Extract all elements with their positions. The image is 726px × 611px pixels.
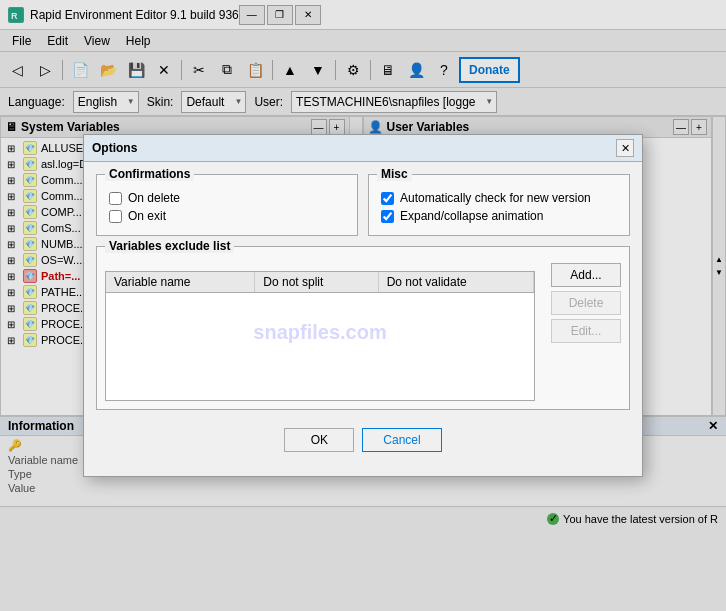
on-exit-label: On exit xyxy=(128,209,166,223)
cancel-button[interactable]: Cancel xyxy=(362,428,441,452)
variables-title: Variables exclude list xyxy=(105,239,234,253)
on-delete-checkbox[interactable] xyxy=(109,192,122,205)
edit-button[interactable]: Edit... xyxy=(551,319,621,343)
var-table-wrapper: Variable name Do not split Do not valida… xyxy=(105,263,535,401)
on-exit-checkbox[interactable] xyxy=(109,210,122,223)
variables-section: Variables exclude list Variable name Do … xyxy=(96,246,630,410)
confirmations-title: Confirmations xyxy=(105,167,194,181)
var-table-container[interactable]: Variable name Do not split Do not valida… xyxy=(105,271,535,401)
expand-collapse-checkbox[interactable] xyxy=(381,210,394,223)
confirmations-section: Confirmations On delete On exit xyxy=(96,174,358,246)
ok-button[interactable]: OK xyxy=(284,428,354,452)
modal-title: Options xyxy=(92,141,137,155)
modal-sections-row: Confirmations On delete On exit xyxy=(96,174,630,246)
auto-check-label: Automatically check for new version xyxy=(400,191,591,205)
confirmations-box: Confirmations On delete On exit xyxy=(96,174,358,236)
watermark: snapfiles.com xyxy=(253,321,386,344)
modal-overlay: Options ✕ Confirmations On delete xyxy=(0,0,726,530)
modal-title-bar: Options ✕ xyxy=(84,135,642,162)
auto-check-checkbox[interactable] xyxy=(381,192,394,205)
modal-body: Confirmations On delete On exit xyxy=(84,162,642,476)
modal-footer: OK Cancel xyxy=(96,420,630,464)
on-delete-label: On delete xyxy=(128,191,180,205)
misc-box: Misc Automatically check for new version… xyxy=(368,174,630,236)
modal-close-button[interactable]: ✕ xyxy=(616,139,634,157)
col-varname: Variable name xyxy=(106,272,255,293)
modal-side-buttons: Add... Delete Edit... xyxy=(551,263,621,401)
expand-collapse-label: Expand/collapse animation xyxy=(400,209,543,223)
options-modal: Options ✕ Confirmations On delete xyxy=(83,134,643,477)
col-novalidate: Do not validate xyxy=(378,272,533,293)
misc-title: Misc xyxy=(377,167,412,181)
on-delete-row: On delete xyxy=(109,191,345,205)
var-table: Variable name Do not split Do not valida… xyxy=(106,272,534,293)
on-exit-row: On exit xyxy=(109,209,345,223)
delete-button[interactable]: Delete xyxy=(551,291,621,315)
expand-collapse-row: Expand/collapse animation xyxy=(381,209,617,223)
add-button[interactable]: Add... xyxy=(551,263,621,287)
auto-check-row: Automatically check for new version xyxy=(381,191,617,205)
col-nosplit: Do not split xyxy=(255,272,378,293)
misc-section: Misc Automatically check for new version… xyxy=(368,174,630,246)
